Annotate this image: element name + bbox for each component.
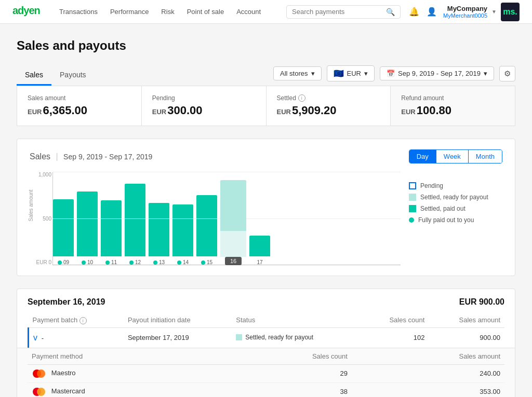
expand-button[interactable]: v <box>33 333 37 342</box>
bar-15-fill <box>196 195 217 256</box>
chart-legend: Pending Settled, ready for payout Settle… <box>409 172 502 265</box>
account-menu[interactable]: MyCompany MyMerchant0005 ▼ ms. <box>443 3 520 21</box>
bar-14: 14 <box>172 204 193 265</box>
bar-dot <box>201 261 205 265</box>
mastercard-count: 38 <box>217 382 351 397</box>
legend-settled-ready-label: Settled, ready for payout <box>420 194 488 201</box>
batch-status: Settled, ready for payout <box>232 327 362 348</box>
chart-header: Sales | Sep 9, 2019 - Sep 17, 2019 Day W… <box>30 149 502 163</box>
currency-filter[interactable]: 🇪🇺 EUR ▾ <box>327 65 375 81</box>
page-title: Sales and payouts <box>17 38 515 53</box>
settled-amount: 5,909.20 <box>292 104 337 117</box>
pending-currency: EUR <box>152 108 166 116</box>
date-range-filter[interactable]: 📅 Sep 9, 2019 - Sep 17, 2019 ▾ <box>380 66 494 80</box>
chart-area: 1,000 500 EUR 0 Sales amount <box>30 172 401 265</box>
main-nav: Transactions Performance Risk Point of s… <box>59 8 278 16</box>
payment-methods-table: Payment method Sales count Sales amount … <box>28 348 504 397</box>
chart-date-range: Sep 9, 2019 - Sep 17, 2019 <box>63 153 152 161</box>
legend-settled-paidout-label: Settled, paid out <box>420 205 466 212</box>
mastercard-icon <box>32 387 46 396</box>
bar-10: 10 <box>77 191 98 265</box>
bar-10-fill <box>77 191 98 256</box>
nav-performance[interactable]: Performance <box>110 8 149 16</box>
batch-expand-cell: v - <box>29 327 124 348</box>
summary-sales-amount: Sales amount EUR6,365.00 <box>17 86 142 126</box>
legend-fully-paid-label: Fully paid out to you <box>418 216 474 224</box>
bar-11-fill <box>101 200 122 256</box>
nested-col-count: Sales count <box>217 348 351 365</box>
pending-amount: 300.00 <box>167 104 202 117</box>
detail-total-amount: EUR 900.00 <box>459 297 504 307</box>
bar-dot <box>177 261 181 265</box>
bar-09: 09 <box>53 199 74 265</box>
col-payment-batch: Payment batch i <box>29 313 124 327</box>
bar-12-label: 12 <box>129 259 141 265</box>
nested-col-method: Payment method <box>28 348 217 365</box>
bar-16-selected[interactable]: 16 <box>220 180 246 265</box>
summary-cards: Sales amount EUR6,365.00 Pending EUR300.… <box>17 86 515 126</box>
nav-point-of-sale[interactable]: Point of sale <box>187 8 224 16</box>
tab-sales[interactable]: Sales <box>17 66 51 86</box>
maestro-amount: 240.00 <box>352 364 504 382</box>
bar-11-label: 11 <box>105 259 117 265</box>
eu-flag-icon: 🇪🇺 <box>334 69 344 78</box>
sales-value: 6,365.00 <box>43 104 87 117</box>
nav-transactions[interactable]: Transactions <box>59 8 98 16</box>
maestro-method: Maestro <box>28 364 217 382</box>
bar-16-sub <box>220 231 246 257</box>
settings-button[interactable]: ⚙ <box>499 66 515 81</box>
search-icon: 🔍 <box>386 8 395 16</box>
bar-10-label: 10 <box>82 259 93 265</box>
refund-amount: 100.80 <box>417 104 451 117</box>
search-bar[interactable]: 🔍 <box>286 5 401 19</box>
refund-value: EUR100.80 <box>401 104 504 117</box>
maestro-count: 29 <box>217 364 351 382</box>
user-icon[interactable]: 👤 <box>427 7 437 17</box>
sales-amount-label: Sales amount <box>28 94 131 102</box>
bar-11: 11 <box>101 200 122 265</box>
settled-info-icon[interactable]: i <box>298 94 305 102</box>
period-week-button[interactable]: Week <box>436 150 469 163</box>
batch-sales-count: 102 <box>362 327 429 348</box>
summary-pending: Pending EUR300.00 <box>142 86 267 126</box>
legend-pending-icon <box>409 182 416 189</box>
pending-label: Pending <box>152 94 256 102</box>
bar-dot <box>82 261 86 265</box>
chevron-down-icon: ▾ <box>364 70 368 77</box>
bell-icon[interactable]: 🔔 <box>409 7 419 17</box>
bar-dot <box>129 261 134 265</box>
tabs: Sales Payouts <box>17 66 95 85</box>
adyen-logo[interactable]: adyen <box>12 5 43 19</box>
currency-label: EUR <box>347 70 361 77</box>
bar-dot <box>153 261 157 265</box>
bar-dot <box>105 261 110 265</box>
nav-account[interactable]: Account <box>236 8 261 16</box>
svg-point-4 <box>37 388 45 396</box>
y-label-0: EUR 0 <box>36 259 51 265</box>
pending-value: EUR300.00 <box>152 104 256 117</box>
bar-17-label: 17 <box>257 259 262 265</box>
payment-batch-info-icon[interactable]: i <box>79 317 87 324</box>
legend-settled-ready: Settled, ready for payout <box>409 194 502 201</box>
bar-16-tooltip: 16 <box>225 257 242 265</box>
period-day-button[interactable]: Day <box>409 150 436 163</box>
nav-risk[interactable]: Risk <box>161 8 174 16</box>
calendar-icon: 📅 <box>387 70 395 77</box>
tab-payouts[interactable]: Payouts <box>51 66 95 86</box>
chart-container: 1,000 500 EUR 0 Sales amount <box>30 172 502 265</box>
batch-sales-amount: 900.00 <box>429 327 504 348</box>
sales-currency: EUR <box>28 108 42 116</box>
date-range-label: Sep 9, 2019 - Sep 17, 2019 <box>398 70 481 77</box>
search-input[interactable] <box>292 8 386 16</box>
y-label-1000: 1,000 <box>38 172 51 177</box>
legend-settled-paidout-icon <box>409 205 416 212</box>
bar-17: 17 <box>249 236 270 265</box>
store-filter[interactable]: All stores ▾ <box>273 66 321 80</box>
batch-id: - <box>42 334 44 342</box>
bar-chart: 09 10 <box>52 172 401 265</box>
period-month-button[interactable]: Month <box>469 150 502 163</box>
mastercard-amount: 353.00 <box>352 382 504 397</box>
batch-row: v - September 17, 2019 Settled, ready fo… <box>29 327 505 348</box>
legend-fully-paid: Fully paid out to you <box>409 216 502 224</box>
settled-value: EUR5,909.20 <box>277 104 380 117</box>
